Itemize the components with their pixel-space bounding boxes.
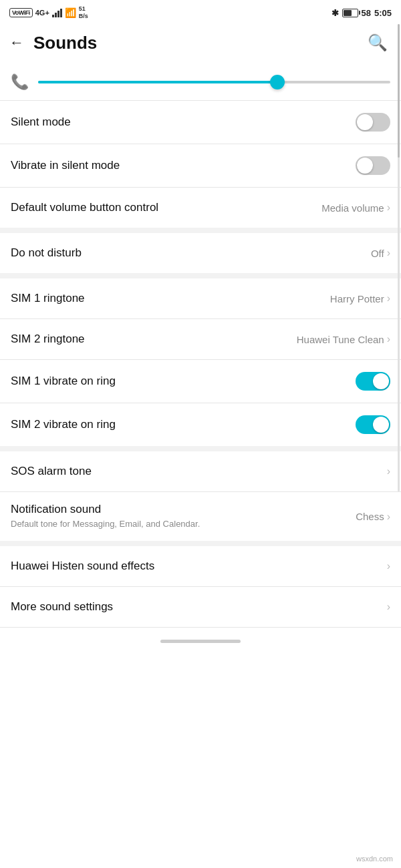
bluetooth-icon: ✱: [331, 8, 339, 18]
volume-button-label: Default volume button control: [11, 201, 158, 214]
section-divider: [0, 541, 401, 546]
volume-button-value: Media volume ›: [321, 202, 390, 214]
setting-sim1-ringtone[interactable]: SIM 1 ringtone Harry Potter ›: [0, 278, 401, 318]
speed-indicator: 51B/s: [79, 5, 88, 20]
section-divider: [0, 273, 401, 278]
volume-button-current: Media volume: [321, 202, 384, 214]
setting-histen[interactable]: Huawei Histen sound effects ›: [0, 546, 401, 586]
phone-icon: 📞: [11, 73, 29, 91]
sim1-vibrate-toggle[interactable]: [356, 372, 390, 391]
setting-more-sound[interactable]: More sound settings ›: [0, 587, 401, 627]
histen-label: Huawei Histen sound effects: [11, 560, 154, 573]
setting-sim2-vibrate[interactable]: SIM 2 vibrate on ring: [0, 403, 401, 446]
chevron-icon: ›: [387, 247, 390, 259]
dnd-value: Off ›: [371, 247, 390, 259]
chevron-icon: ›: [387, 202, 390, 214]
clock: 5:05: [374, 8, 392, 18]
home-indicator: [0, 628, 401, 650]
chevron-icon: ›: [387, 292, 390, 304]
slider-thumb[interactable]: [270, 75, 285, 89]
sim1-ringtone-value: Harry Potter ›: [330, 292, 390, 304]
slider-fill: [38, 81, 277, 83]
sim2-vibrate-toggle[interactable]: [356, 415, 390, 434]
page-header: ← Sounds 🔍: [0, 24, 401, 64]
toggle-knob: [357, 114, 373, 130]
vowifi-indicator: VoWiFi: [9, 8, 33, 17]
home-pill: [160, 640, 241, 643]
toggle-knob: [373, 373, 389, 389]
notification-sound-value: Chess ›: [356, 511, 390, 523]
histen-value: ›: [387, 560, 390, 572]
network-type: 4G+: [35, 9, 49, 17]
notification-sound-label: Notification sound: [11, 503, 356, 516]
scrollbar-thumb[interactable]: [398, 24, 400, 158]
chevron-icon: ›: [387, 333, 390, 345]
header-left: ← Sounds: [7, 31, 97, 54]
status-left: VoWiFi 4G+ 📶 51B/s: [9, 5, 88, 20]
dnd-label: Do not disturb: [11, 246, 82, 260]
dnd-current: Off: [371, 248, 384, 259]
notification-sound-sub: Default tone for Messaging, Email, and C…: [11, 518, 356, 530]
battery-icon: [342, 9, 358, 17]
volume-slider-row[interactable]: 📞: [0, 64, 401, 100]
watermark: wsxdn.com: [356, 855, 393, 863]
status-right: ✱ 58 5:05: [331, 8, 392, 18]
sim1-ringtone-current: Harry Potter: [330, 293, 384, 304]
vibrate-silent-label: Vibrate in silent mode: [11, 159, 120, 172]
silent-mode-label: Silent mode: [11, 116, 71, 129]
scrollbar[interactable]: [398, 24, 400, 491]
toggle-knob: [373, 417, 389, 433]
section-divider: [0, 228, 401, 233]
status-bar: VoWiFi 4G+ 📶 51B/s ✱ 58 5:05: [0, 0, 401, 24]
signal-bars: [52, 9, 62, 17]
search-icon[interactable]: 🔍: [365, 31, 390, 55]
sim1-vibrate-label: SIM 1 vibrate on ring: [11, 375, 116, 388]
wifi-icon: 📶: [65, 7, 76, 18]
sos-alarm-value: ›: [387, 465, 390, 477]
sim2-ringtone-label: SIM 2 ringtone: [11, 333, 85, 346]
chevron-icon: ›: [387, 511, 390, 523]
vibrate-silent-toggle[interactable]: [356, 156, 390, 175]
setting-sim1-vibrate[interactable]: SIM 1 vibrate on ring: [0, 360, 401, 403]
chevron-icon: ›: [387, 465, 390, 477]
notification-sound-label-block: Notification sound Default tone for Mess…: [11, 503, 356, 530]
slider-track: [38, 81, 390, 83]
toggle-knob: [357, 158, 373, 174]
chevron-icon: ›: [387, 560, 390, 572]
setting-notification-sound[interactable]: Notification sound Default tone for Mess…: [0, 492, 401, 541]
setting-do-not-disturb[interactable]: Do not disturb Off ›: [0, 233, 401, 273]
volume-slider[interactable]: [38, 75, 390, 89]
back-button[interactable]: ←: [7, 31, 27, 54]
sos-alarm-label: SOS alarm tone: [11, 465, 92, 478]
page-title: Sounds: [33, 33, 97, 53]
more-sound-value: ›: [387, 601, 390, 613]
setting-silent-mode[interactable]: Silent mode: [0, 101, 401, 144]
battery-percent: 58: [362, 8, 371, 18]
setting-volume-button[interactable]: Default volume button control Media volu…: [0, 188, 401, 228]
sim2-ringtone-current: Huawei Tune Clean: [297, 334, 384, 345]
chevron-icon: ›: [387, 601, 390, 613]
setting-vibrate-silent[interactable]: Vibrate in silent mode: [0, 144, 401, 187]
notification-sound-current: Chess: [356, 511, 384, 522]
sim2-ringtone-value: Huawei Tune Clean ›: [297, 333, 390, 345]
more-sound-label: More sound settings: [11, 600, 113, 614]
section-divider: [0, 446, 401, 451]
sim1-ringtone-label: SIM 1 ringtone: [11, 292, 85, 305]
setting-sos-alarm[interactable]: SOS alarm tone ›: [0, 451, 401, 491]
sim2-vibrate-label: SIM 2 vibrate on ring: [11, 418, 116, 431]
silent-mode-toggle[interactable]: [356, 113, 390, 132]
setting-sim2-ringtone[interactable]: SIM 2 ringtone Huawei Tune Clean ›: [0, 319, 401, 359]
